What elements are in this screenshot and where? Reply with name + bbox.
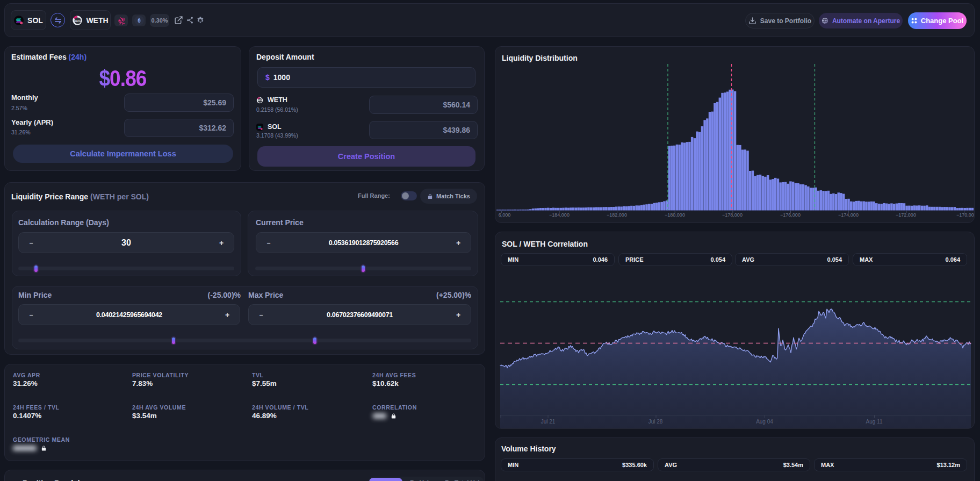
svg-text:WETH: WETH [258, 99, 262, 102]
svg-text:WETH: WETH [75, 19, 81, 22]
